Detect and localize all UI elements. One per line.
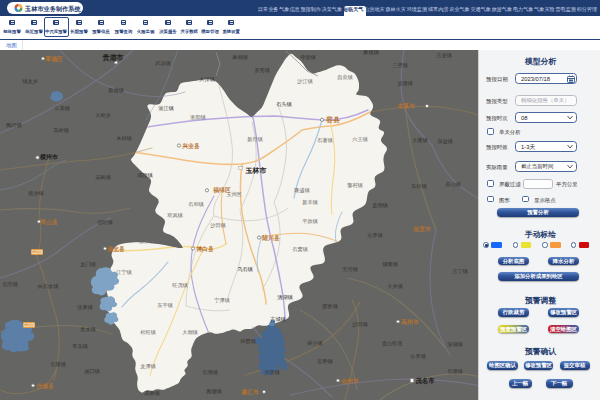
svg-text:新塘镇: 新塘镇 bbox=[108, 87, 124, 94]
svg-text:覃塘区: 覃塘区 bbox=[44, 55, 63, 63]
svg-text:金垌镇: 金垌镇 bbox=[372, 202, 388, 209]
svg-text:龙门镇: 龙门镇 bbox=[80, 261, 96, 267]
svg-text:古丁镇: 古丁镇 bbox=[452, 268, 468, 275]
svg-text:玉林市: 玉林市 bbox=[245, 166, 267, 174]
svg-text:象棋镇: 象棋镇 bbox=[363, 50, 379, 55]
svg-text:容县: 容县 bbox=[325, 116, 340, 124]
svg-text:石和镇: 石和镇 bbox=[188, 201, 204, 207]
svg-text:横州市: 横州市 bbox=[39, 153, 58, 161]
svg-text:石塘镇: 石塘镇 bbox=[447, 368, 463, 375]
svg-text:石康镇: 石康镇 bbox=[50, 361, 66, 368]
svg-text:分界镇: 分界镇 bbox=[410, 353, 426, 359]
svg-text:湛江镇: 湛江镇 bbox=[158, 105, 174, 112]
svg-text:加益镇: 加益镇 bbox=[437, 138, 453, 145]
svg-text:洲口镇: 洲口镇 bbox=[84, 368, 100, 375]
svg-text:新丰镇: 新丰镇 bbox=[302, 199, 318, 205]
svg-text:大隆镇: 大隆镇 bbox=[412, 137, 428, 143]
svg-text:古城镇: 古城镇 bbox=[270, 316, 286, 323]
svg-text:泉水镇: 泉水镇 bbox=[80, 326, 96, 332]
svg-text:沙田镇: 沙田镇 bbox=[352, 321, 368, 328]
svg-text:洛阳镇: 洛阳镇 bbox=[190, 114, 206, 121]
svg-text:马岭镇: 马岭镇 bbox=[53, 127, 69, 133]
svg-text:福绵区: 福绵区 bbox=[212, 186, 231, 194]
svg-text:石窝镇: 石窝镇 bbox=[292, 246, 308, 252]
svg-text:贵港市: 贵港市 bbox=[102, 53, 124, 62]
svg-text:乌石镇: 乌石镇 bbox=[237, 266, 253, 273]
svg-text:江宁镇: 江宁镇 bbox=[116, 269, 132, 276]
svg-text:陶圩镇: 陶圩镇 bbox=[6, 122, 22, 129]
svg-text:双凤镇: 双凤镇 bbox=[167, 212, 183, 218]
svg-text:浦北县: 浦北县 bbox=[106, 245, 125, 253]
svg-text:雅塘镇: 雅塘镇 bbox=[206, 388, 222, 395]
svg-text:新圩镇: 新圩镇 bbox=[247, 136, 263, 142]
svg-text:廉江市: 廉江市 bbox=[241, 388, 259, 396]
svg-text:灵山县: 灵山县 bbox=[40, 218, 58, 225]
svg-text:那务镇: 那务镇 bbox=[322, 303, 338, 310]
svg-text:常乐镇: 常乐镇 bbox=[72, 343, 88, 349]
svg-text:大井镇: 大井镇 bbox=[387, 283, 403, 289]
svg-text:平政镇: 平政镇 bbox=[302, 218, 318, 224]
svg-text:大岭乡: 大岭乡 bbox=[95, 112, 111, 118]
svg-text:张黄镇: 张黄镇 bbox=[77, 304, 93, 311]
svg-text:白石水镇: 白石水镇 bbox=[38, 283, 60, 290]
svg-text:城隍镇: 城隍镇 bbox=[136, 172, 153, 178]
svg-text:古龙镇: 古龙镇 bbox=[436, 52, 452, 59]
svg-text:清湖镇: 清湖镇 bbox=[277, 294, 293, 301]
svg-text:宁潭镇: 宁潭镇 bbox=[214, 297, 230, 304]
svg-text:岑溪市: 岑溪市 bbox=[396, 102, 415, 110]
svg-text:松旺镇: 松旺镇 bbox=[140, 329, 156, 335]
svg-text:沙田镇: 沙田镇 bbox=[210, 222, 226, 229]
svg-text:武乐镇: 武乐镇 bbox=[155, 60, 171, 66]
svg-text:波塘镇: 波塘镇 bbox=[397, 80, 413, 87]
svg-text:G209: G209 bbox=[23, 323, 35, 328]
svg-text:朱砂镇: 朱砂镇 bbox=[411, 183, 427, 189]
svg-text:云表镇: 云表镇 bbox=[54, 105, 70, 111]
svg-text:自良镇: 自良镇 bbox=[337, 74, 353, 81]
svg-text:合浦县: 合浦县 bbox=[35, 382, 54, 390]
svg-text:镇隆镇: 镇隆镇 bbox=[382, 261, 398, 267]
svg-text:东平镇: 东平镇 bbox=[157, 302, 173, 308]
svg-text:高桥镇: 高桥镇 bbox=[144, 390, 160, 396]
svg-text:宝圩镇: 宝圩镇 bbox=[342, 266, 358, 272]
svg-text:信宜市: 信宜市 bbox=[412, 225, 431, 233]
svg-text:麻垌镇: 麻垌镇 bbox=[232, 54, 248, 61]
svg-text:镇龙乡: 镇龙乡 bbox=[22, 78, 38, 84]
svg-text:石寨镇: 石寨镇 bbox=[317, 137, 333, 143]
svg-text:兴业县: 兴业县 bbox=[181, 142, 200, 150]
svg-text:茶山镇: 茶山镇 bbox=[445, 181, 461, 187]
svg-text:南乡镇: 南乡镇 bbox=[28, 190, 44, 196]
svg-text:官桥镇: 官桥镇 bbox=[317, 358, 333, 364]
svg-text:寺面镇: 寺面镇 bbox=[300, 54, 316, 60]
svg-text:伯劳镇: 伯劳镇 bbox=[2, 281, 18, 288]
svg-text:隆盛镇: 隆盛镇 bbox=[294, 187, 310, 193]
svg-text:永安镇: 永安镇 bbox=[139, 238, 155, 244]
svg-text:罗秀镇: 罗秀镇 bbox=[254, 67, 270, 74]
svg-text:旺茂镇: 旺茂镇 bbox=[172, 282, 188, 288]
svg-text:茂名市: 茂名市 bbox=[414, 377, 435, 385]
svg-text:和寮镇: 和寮镇 bbox=[240, 338, 256, 344]
svg-text:石头镇: 石头镇 bbox=[276, 101, 292, 107]
svg-text:大垌镇: 大垌镇 bbox=[182, 329, 198, 336]
svg-text:G209: G209 bbox=[31, 250, 43, 255]
svg-text:林尘镇: 林尘镇 bbox=[306, 340, 323, 346]
svg-text:乐民镇: 乐民镇 bbox=[95, 174, 111, 180]
svg-text:高州市: 高州市 bbox=[401, 318, 419, 326]
svg-text:沙江镇: 沙江镇 bbox=[297, 78, 313, 85]
svg-text:陆川县: 陆川县 bbox=[262, 234, 280, 241]
svg-text:三堡镇: 三堡镇 bbox=[392, 62, 408, 68]
svg-text:六王镇: 六王镇 bbox=[352, 136, 368, 142]
svg-text:河唇镇: 河唇镇 bbox=[264, 369, 280, 376]
svg-text:金山街道: 金山街道 bbox=[382, 340, 404, 347]
svg-text:石颈镇: 石颈镇 bbox=[202, 369, 218, 375]
svg-text:龙潭镇: 龙潭镇 bbox=[140, 363, 156, 370]
svg-text:福旺镇: 福旺镇 bbox=[97, 219, 113, 226]
svg-text:木梓镇: 木梓镇 bbox=[116, 135, 132, 141]
svg-text:博白县: 博白县 bbox=[196, 245, 214, 253]
svg-text:化州市: 化州市 bbox=[340, 377, 359, 385]
svg-text:分界镇: 分界镇 bbox=[367, 232, 383, 238]
svg-text:大洋镇: 大洋镇 bbox=[199, 76, 215, 83]
svg-text:黎村镇: 黎村镇 bbox=[347, 182, 363, 189]
svg-text:深镇镇: 深镇镇 bbox=[446, 341, 463, 348]
